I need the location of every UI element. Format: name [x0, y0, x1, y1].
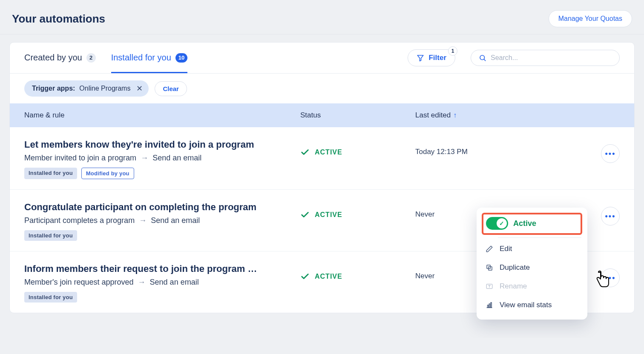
- tab-installed-for-you[interactable]: Installed for you 10: [111, 43, 188, 73]
- row-actions-popover: ✓ Active Edit Duplicate: [477, 208, 587, 320]
- svg-line-2: [484, 59, 485, 60]
- last-edited-value: Today 12:13 PM: [415, 139, 586, 156]
- filter-label: Filter: [428, 54, 446, 62]
- svg-rect-9: [491, 303, 492, 308]
- search-input-wrapper[interactable]: [471, 50, 620, 66]
- row-actions-button[interactable]: •••: [601, 207, 620, 226]
- svg-rect-8: [489, 304, 490, 308]
- status-active: ACTIVE: [300, 139, 415, 157]
- active-toggle[interactable]: ✓: [486, 217, 508, 230]
- highlighted-active-toggle: ✓ Active: [482, 213, 582, 235]
- status-active: ACTIVE: [300, 263, 415, 281]
- installed-badge: Installed for you: [24, 292, 77, 303]
- rule-trigger: Member's join request approved: [24, 278, 134, 287]
- automation-rule: Member's join request approved → Send an…: [24, 278, 300, 287]
- automations-panel: Created by you 2 Installed for you 10 Fi…: [9, 42, 635, 313]
- menu-label: Edit: [500, 245, 512, 253]
- toggle-knob-check-icon: ✓: [497, 218, 507, 228]
- arrow-right-icon: →: [139, 216, 147, 225]
- text-icon: [485, 283, 494, 290]
- automation-title: Let members know they're invited to join…: [24, 139, 300, 150]
- search-icon: [479, 54, 486, 62]
- chip-value: Online Programs: [79, 85, 130, 92]
- menu-item-edit[interactable]: Edit: [482, 240, 582, 258]
- menu-item-rename: Rename: [482, 277, 582, 296]
- tab-count-badge: 10: [175, 53, 187, 63]
- active-toggle-label: Active: [513, 219, 536, 228]
- arrow-right-icon: →: [141, 154, 148, 163]
- column-name[interactable]: Name & rule: [24, 111, 300, 120]
- automation-rule: Member invited to join a program → Send …: [24, 154, 300, 163]
- pencil-icon: [485, 245, 494, 253]
- search-input[interactable]: [491, 54, 612, 62]
- manage-quotas-button[interactable]: Manage Your Quotas: [549, 10, 632, 27]
- filter-count-badge: 1: [448, 46, 457, 56]
- rule-action: Send an email: [151, 216, 200, 225]
- check-icon: [300, 148, 310, 157]
- tab-label: Installed for you: [111, 53, 171, 63]
- chip-remove-icon[interactable]: ✕: [135, 84, 143, 93]
- menu-label: Rename: [500, 282, 527, 291]
- column-last-edited[interactable]: Last edited ↑: [415, 111, 586, 120]
- menu-label: View email stats: [500, 301, 552, 309]
- sort-ascending-icon: ↑: [453, 111, 457, 119]
- filter-button[interactable]: Filter 1: [408, 49, 455, 66]
- svg-rect-7: [488, 305, 489, 308]
- filter-chip-trigger-apps[interactable]: Trigger apps: Online Programs ✕: [24, 80, 149, 97]
- column-status[interactable]: Status: [300, 111, 415, 120]
- copy-icon: [485, 264, 494, 271]
- check-icon: [300, 210, 310, 220]
- check-icon: [300, 272, 310, 281]
- status-active: ACTIVE: [300, 202, 415, 220]
- menu-item-view-stats[interactable]: View email stats: [482, 296, 582, 314]
- tab-count-badge: 2: [86, 53, 96, 63]
- column-last-edited-label: Last edited: [415, 111, 451, 120]
- rule-action: Send an email: [150, 278, 199, 287]
- page-title: Your automations: [12, 12, 105, 26]
- automation-rule: Participant completes a program → Send a…: [24, 216, 300, 225]
- row-actions-button[interactable]: •••: [601, 268, 620, 287]
- arrow-right-icon: →: [138, 278, 146, 287]
- table-row[interactable]: Let members know they're invited to join…: [10, 127, 634, 190]
- chip-label: Trigger apps:: [32, 85, 75, 92]
- divider: [498, 237, 581, 238]
- menu-item-duplicate[interactable]: Duplicate: [482, 258, 582, 277]
- bar-chart-icon: [485, 301, 494, 309]
- rule-trigger: Participant completes a program: [24, 216, 135, 225]
- table-header: Name & rule Status Last edited ↑: [10, 103, 634, 127]
- automation-title: Inform members their request to join the…: [24, 263, 300, 274]
- installed-badge: Installed for you: [24, 168, 77, 179]
- installed-badge: Installed for you: [24, 230, 77, 241]
- tab-created-by-you[interactable]: Created by you 2: [24, 43, 96, 73]
- modified-badge: Modified by you: [81, 168, 134, 179]
- clear-filters-button[interactable]: Clear: [155, 81, 187, 96]
- automation-title: Congratulate participant on completing t…: [24, 202, 300, 213]
- rule-action: Send an email: [152, 154, 201, 163]
- status-text: ACTIVE: [315, 148, 342, 156]
- filter-icon: [417, 54, 424, 62]
- svg-marker-0: [418, 55, 424, 61]
- tab-label: Created by you: [24, 53, 82, 63]
- menu-label: Duplicate: [500, 263, 530, 272]
- status-text: ACTIVE: [315, 273, 342, 280]
- row-actions-button[interactable]: •••: [601, 144, 620, 163]
- rule-trigger: Member invited to join a program: [24, 154, 136, 163]
- status-text: ACTIVE: [315, 211, 342, 219]
